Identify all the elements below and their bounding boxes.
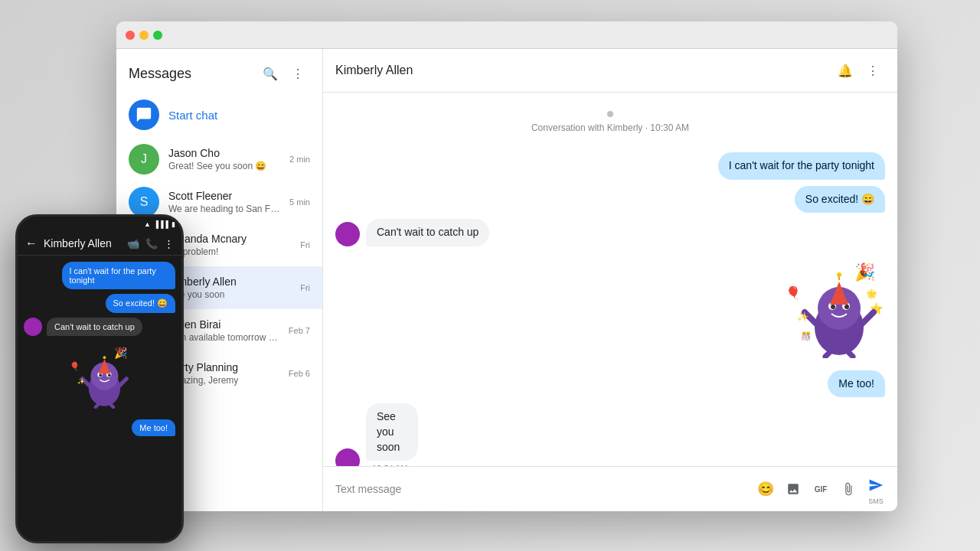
phone-msg-received-row: Can't wait to catch up: [24, 318, 175, 336]
conv-info-party: Party Planning amazing, Jeremy: [168, 361, 279, 386]
small-decoration: 🎊: [801, 331, 812, 341]
conv-info-amanda: Amanda Mcnary No problem!: [168, 233, 291, 257]
conv-preview-party: amazing, Jeremy: [168, 375, 279, 386]
conv-preview-scott: We are heading to San Francisco: [168, 204, 280, 214]
avatar-scott: S: [129, 187, 159, 217]
phone-header-actions: 📹 📞 ⋮: [127, 238, 174, 249]
emoji-button[interactable]: 😊: [753, 477, 778, 501]
phone-overlay: ▲ ▐▐▐ ▮ ← Kimberly Allen 📹 📞 ⋮ I can't w…: [15, 214, 184, 543]
gif-button[interactable]: GIF: [808, 477, 833, 501]
conv-info-kimberly: Kimberly Allen See you soon: [168, 276, 291, 300]
phone-contact-name: Kimberly Allen: [44, 237, 121, 249]
conv-time-kimberly: Fri: [300, 283, 310, 292]
leg-right: [848, 352, 853, 357]
monster-pupil-right: [844, 305, 849, 309]
phone-msg-sent-1: I can't wait for the party tonight: [62, 262, 176, 289]
conversation-info: Conversation with Kimberly · 10:30 AM: [335, 111, 885, 134]
svg-text:🎈: 🎈: [70, 361, 80, 371]
conv-preview-jason: Great! See you soon 😄: [168, 161, 280, 171]
message-bubble-sent-1: I can't wait for the party tonight: [718, 152, 885, 180]
conv-time-julien: Feb 7: [289, 326, 310, 335]
arm-right: [862, 312, 874, 324]
message-bubble-sent-2: So excited! 😄: [795, 186, 885, 214]
conversation-info-dot: [607, 111, 613, 117]
small-star-1: ✨: [797, 311, 808, 322]
phone-monster-sticker: 🎉 🎈 ✨: [65, 344, 134, 409]
msg-avatar-kimberly: [335, 222, 360, 246]
conv-info-jason: Jason Cho Great! See you soon 😄: [168, 147, 280, 171]
conv-preview-kimberly: See you soon: [168, 289, 291, 300]
svg-point-7: [108, 373, 111, 377]
conv-preview-amanda: No problem!: [168, 246, 291, 257]
notifications-button[interactable]: 🔔: [833, 58, 858, 83]
conv-info-scott: Scott Fleener We are heading to San Fran…: [168, 190, 280, 214]
conv-name-scott: Scott Fleener: [168, 190, 280, 202]
mac-titlebar: [116, 21, 897, 49]
message-bubble-see-you-soon: See you soon: [366, 403, 418, 461]
message-bubble-me-too: Me too!: [828, 370, 885, 398]
conv-name-amanda: Amanda Mcnary: [168, 233, 291, 245]
chat-more-options-button[interactable]: ⋮: [861, 58, 885, 83]
message-bubble-received-1: Can't wait to catch up: [366, 219, 489, 246]
conv-preview-julien: I am available tomorrow at 7PM: [168, 332, 279, 343]
input-actions: 😊 GIF SMS: [753, 473, 888, 505]
svg-line-11: [119, 379, 127, 386]
phone-msg-received-1: Can't wait to catch up: [47, 318, 142, 336]
phone-call-button[interactable]: 📞: [145, 238, 158, 249]
desktop: Messages 🔍 ⋮ Start chat: [0, 0, 980, 551]
sticker-area: 🎉 🎈 ⭐: [335, 259, 885, 358]
window-close-btn[interactable]: [126, 31, 135, 40]
start-chat-icon: [129, 99, 159, 130]
conv-name-kimberly: Kimberly Allen: [168, 276, 291, 288]
image-button[interactable]: [781, 477, 805, 501]
hat-pom: [837, 272, 841, 277]
avatar-jason: J: [129, 144, 159, 174]
window-minimize-btn[interactable]: [139, 31, 149, 40]
conv-name-party: Party Planning: [168, 361, 279, 373]
conv-info-julien: Julien Birai I am available tomorrow at …: [168, 318, 279, 343]
chat-messages: Conversation with Kimberly · 10:30 AM I …: [323, 93, 897, 466]
monster-pupil-left: [831, 305, 835, 309]
conv-time-party: Feb 6: [289, 369, 310, 378]
attachment-button[interactable]: [836, 477, 861, 501]
chat-header-actions: 🔔 ⋮: [833, 58, 885, 83]
sidebar-title: Messages: [129, 66, 191, 82]
chat-header: Kimberly Allen 🔔 ⋮: [323, 49, 897, 93]
message-row-see-you-soon: See you soon 10:34 AM: [335, 403, 885, 466]
more-options-button[interactable]: ⋮: [286, 61, 310, 86]
conv-name-julien: Julien Birai: [168, 318, 279, 331]
start-chat-label: Start chat: [168, 109, 217, 122]
search-button[interactable]: 🔍: [258, 61, 283, 86]
party-hat-decoration: 🎉: [854, 262, 876, 282]
message-row-sent-2: So excited! 😄: [335, 186, 885, 214]
received-msg-container: See you soon 10:34 AM: [366, 403, 453, 466]
conversation-info-text: Conversation with Kimberly · 10:30 AM: [531, 122, 689, 133]
conv-time-scott: 5 min: [289, 197, 310, 207]
small-star-2: 🌟: [866, 288, 877, 299]
message-input[interactable]: [332, 477, 747, 501]
conv-time-jason: 2 min: [289, 155, 310, 164]
chat-input-area: 😊 GIF SMS: [323, 466, 897, 511]
conversation-item-jason[interactable]: J Jason Cho Great! See you soon 😄 2 min: [116, 138, 322, 181]
start-chat-item[interactable]: Start chat: [116, 92, 322, 138]
sticker-container: 🎉 🎈 ⭐: [778, 259, 885, 358]
chat-area: Kimberly Allen 🔔 ⋮ Conversation with Kim…: [323, 49, 897, 511]
send-button[interactable]: SMS: [864, 473, 888, 505]
phone-video-button[interactable]: 📹: [127, 238, 139, 249]
balloon-decoration: 🎈: [786, 285, 801, 300]
phone-wifi-icon: ▲: [144, 220, 151, 228]
leg-left: [825, 352, 830, 357]
phone-back-button[interactable]: ←: [25, 236, 38, 250]
svg-line-12: [96, 404, 99, 407]
mac-content: Messages 🔍 ⋮ Start chat: [116, 49, 897, 511]
phone-sticker: 🎉 🎈 ✨: [65, 344, 134, 412]
svg-line-13: [110, 404, 113, 407]
phone-battery-icon: ▮: [172, 220, 175, 228]
phone-messages: I can't wait for the party tonight So ex…: [18, 256, 181, 541]
svg-point-9: [103, 356, 106, 359]
msg-avatar-kimberly-2: [335, 448, 360, 466]
conv-name-jason: Jason Cho: [168, 147, 280, 159]
phone-more-button[interactable]: ⋮: [164, 238, 174, 249]
window-maximize-btn[interactable]: [153, 31, 162, 40]
mac-window: Messages 🔍 ⋮ Start chat: [116, 21, 897, 511]
